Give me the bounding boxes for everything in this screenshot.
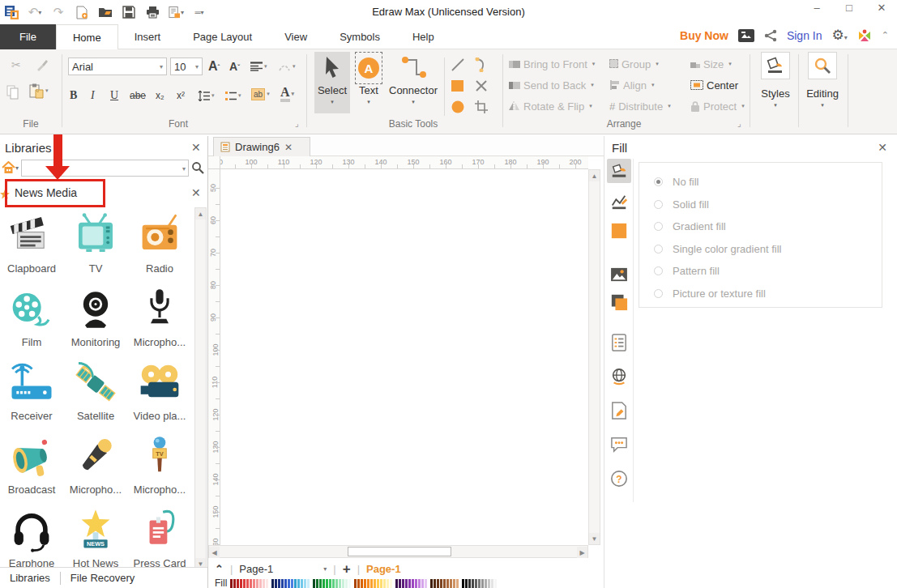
library-item-hot-news[interactable]: NEWS Hot News — [64, 502, 127, 569]
italic-button[interactable]: I — [91, 87, 95, 104]
font-size-combo[interactable]: 10▾ — [170, 58, 203, 75]
color-swatch[interactable] — [332, 579, 335, 588]
format-painter-icon[interactable] — [36, 56, 49, 74]
customize-toolbar-icon[interactable]: ═▾ — [191, 4, 207, 20]
color-swatch[interactable] — [374, 579, 376, 588]
color-swatch[interactable] — [418, 579, 421, 588]
color-swatch[interactable] — [243, 579, 246, 588]
color-swatch[interactable] — [291, 579, 293, 588]
bold-button[interactable]: B — [70, 87, 77, 104]
picture-icon[interactable] — [607, 262, 631, 287]
radio-gradient-fill[interactable] — [654, 222, 663, 231]
color-swatch[interactable] — [377, 579, 379, 588]
library-item-video-player[interactable]: Video pla... — [128, 355, 191, 422]
library-item-clapboard[interactable]: Clapboard — [0, 207, 63, 275]
maximize-button[interactable]: □ — [840, 2, 858, 14]
color-swatch[interactable] — [425, 579, 427, 588]
library-item-receiver[interactable]: Receiver — [0, 355, 63, 422]
size-button[interactable]: Size▾ — [690, 56, 732, 72]
minimize-button[interactable]: – — [808, 2, 826, 14]
underline-button[interactable]: U — [110, 87, 118, 104]
color-swatch[interactable] — [275, 579, 277, 588]
undo-icon[interactable]: ↶▾ — [27, 4, 43, 20]
color-swatch[interactable] — [233, 579, 236, 588]
search-icon[interactable] — [191, 161, 204, 174]
send-to-back-button[interactable]: Send to Back▾ — [509, 77, 594, 93]
select-tool[interactable]: Select ▾ — [314, 52, 350, 113]
color-swatch[interactable] — [339, 579, 341, 588]
color-swatch[interactable] — [434, 579, 436, 588]
delete-icon[interactable] — [475, 77, 488, 95]
sign-in-link[interactable]: Sign In — [787, 29, 822, 42]
canvas-h-scrollbar[interactable]: ◀ ▶ — [208, 545, 588, 558]
page-dropdown-caret[interactable]: ▾ — [323, 565, 327, 573]
color-swatch[interactable] — [468, 579, 471, 588]
color-swatch[interactable] — [271, 579, 274, 588]
font-name-combo[interactable]: Arial▾ — [68, 58, 167, 75]
color-swatch[interactable] — [383, 579, 386, 588]
color-swatch[interactable] — [250, 579, 252, 588]
subscript-button[interactable]: x₂ — [156, 87, 164, 104]
color-swatch[interactable] — [237, 579, 239, 588]
center-button[interactable]: Center — [690, 77, 738, 93]
color-swatch[interactable] — [485, 579, 487, 588]
color-swatch[interactable] — [367, 579, 369, 588]
library-home-icon[interactable]: ▾ — [2, 161, 19, 174]
color-swatch[interactable] — [263, 579, 265, 588]
color-swatch[interactable] — [256, 579, 258, 588]
document-tab-close-icon[interactable]: ✕ — [284, 142, 293, 153]
color-swatch[interactable] — [399, 579, 401, 588]
canvas-scroll-down-icon[interactable]: ▼ — [589, 533, 600, 544]
color-swatch[interactable] — [402, 579, 404, 588]
increase-font-icon[interactable]: Aˆ — [208, 58, 220, 75]
color-swatch[interactable] — [494, 579, 497, 588]
fill-option-solid[interactable]: Solid fill — [654, 194, 882, 216]
color-swatch[interactable] — [240, 579, 242, 588]
close-button[interactable]: ✕ — [873, 2, 891, 14]
color-swatch[interactable] — [481, 579, 484, 588]
tab-page-layout[interactable]: Page Layout — [177, 24, 268, 49]
editing-button[interactable]: Editing ▾ — [804, 52, 841, 113]
community-icon[interactable] — [857, 28, 872, 43]
canvas-v-scrollbar[interactable]: ▲ ▼ — [588, 169, 600, 545]
paste-icon[interactable]: ▾ — [29, 82, 49, 100]
color-swatch[interactable] — [313, 579, 315, 588]
document-tab-drawing6[interactable]: Drawing6 ✕ — [213, 137, 310, 156]
color-swatch[interactable] — [281, 579, 284, 588]
color-swatch[interactable] — [294, 579, 297, 588]
tab-view[interactable]: View — [268, 24, 323, 49]
library-item-broadcast[interactable]: Broadcast — [0, 428, 63, 496]
align-text-icon[interactable]: ▾ — [250, 58, 267, 75]
library-item-satellite[interactable]: Satellite — [64, 355, 127, 422]
section-close-icon[interactable]: ✕ — [191, 186, 201, 199]
superscript-button[interactable]: x² — [177, 87, 185, 104]
ellipse-icon[interactable] — [451, 98, 465, 116]
color-swatch[interactable] — [453, 579, 455, 588]
fill-option-no-fill[interactable]: No fill — [654, 171, 882, 194]
library-item-press-card[interactable]: Press Card — [128, 502, 191, 569]
color-swatch[interactable] — [437, 579, 439, 588]
tab-help[interactable]: Help — [396, 24, 451, 49]
color-swatch[interactable] — [335, 579, 338, 588]
tab-file[interactable]: File — [0, 24, 56, 49]
export-icon[interactable]: ▾ — [168, 4, 184, 20]
color-swatch[interactable] — [380, 579, 382, 588]
color-swatch[interactable] — [307, 579, 310, 588]
arrange-dialog-launcher[interactable]: ⌟ — [737, 119, 741, 128]
color-swatch[interactable] — [472, 579, 474, 588]
rotate-flip-button[interactable]: Rotate & Flip▾ — [509, 98, 592, 114]
library-item-radio[interactable]: Radio — [128, 207, 191, 275]
color-swatch[interactable] — [475, 579, 477, 588]
fill-bucket-icon[interactable] — [607, 159, 631, 183]
color-swatch[interactable] — [450, 579, 452, 588]
color-swatch[interactable] — [357, 579, 360, 588]
group-button[interactable]: Group▾ — [609, 56, 659, 72]
color-swatch[interactable] — [488, 579, 490, 588]
radio-pattern-fill[interactable] — [654, 266, 663, 275]
comment-icon[interactable] — [607, 432, 631, 457]
tab-insert[interactable]: Insert — [118, 24, 177, 49]
buy-now-link[interactable]: Buy Now — [680, 29, 728, 42]
decrease-font-icon[interactable]: Aˇ — [229, 58, 240, 75]
font-dialog-launcher[interactable]: ⌟ — [295, 119, 299, 128]
color-swatch[interactable] — [284, 579, 287, 588]
